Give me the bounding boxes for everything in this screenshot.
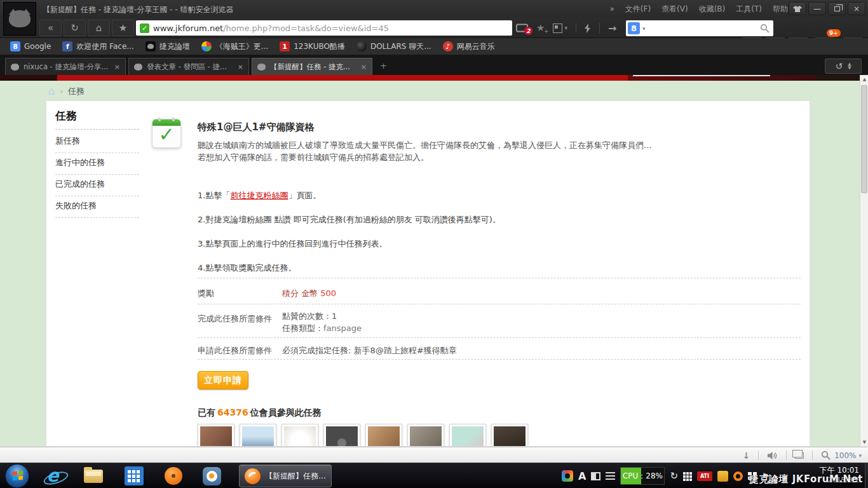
close-tab-icon[interactable]: × <box>238 63 243 71</box>
member-avatar-rabbit[interactable] <box>449 424 486 447</box>
screen: 【新提醒】任務 - 捷克論壇-分享王國 - - 猎豹安全浏览器 » 文件(F) … <box>0 0 868 488</box>
divider <box>198 304 801 304</box>
sidebar-item-new-tasks[interactable]: 新任務 <box>55 132 139 153</box>
bookmark-facebook[interactable]: f欢迎使用 Face... <box>57 39 139 53</box>
sidebar-heading: 任務 <box>55 109 77 123</box>
spinner-icon[interactable]: ▲▼ <box>848 62 851 70</box>
tab-post-thread[interactable]: 發表文章 - 發問區 - 捷... × <box>128 58 249 75</box>
home-button[interactable]: ⌂ <box>88 20 110 36</box>
address-bar[interactable]: ✓ www.jkforum.net/home.php?mod=task&do=v… <box>136 20 512 36</box>
sidebar-item-ongoing-tasks[interactable]: 進行中的任務 <box>55 153 139 175</box>
member-avatar-man-face[interactable] <box>365 424 402 447</box>
zoom-magnifier-icon[interactable] <box>821 451 831 460</box>
search-engine-dropdown-icon[interactable]: ▾ <box>642 25 646 32</box>
scrollbar-thumb[interactable] <box>861 85 867 193</box>
close-tab-icon[interactable]: × <box>361 63 367 71</box>
tray-gold-icon[interactable] <box>717 471 728 482</box>
dropdown-icon: ▾ <box>564 25 567 31</box>
divider <box>599 23 600 33</box>
cpu-meter[interactable]: CPU：28% <box>620 467 665 485</box>
start-button[interactable] <box>5 464 29 488</box>
potplayer-icon[interactable] <box>201 466 222 486</box>
window-switch-icon[interactable] <box>795 452 804 459</box>
member-avatar-dog[interactable] <box>407 424 444 447</box>
blue-tile-app-icon[interactable] <box>123 466 145 486</box>
bookmark-dollars[interactable]: DOLLARS 聊天... <box>351 39 437 53</box>
reopen-closed-tab-button[interactable]: ↺ ▲▼ <box>825 58 862 74</box>
minimize-button[interactable]: — <box>808 2 826 15</box>
close-tab-icon[interactable]: × <box>114 63 120 71</box>
page-scrollbar[interactable]: ▲ ▼ <box>860 75 868 447</box>
search-magnifier-icon[interactable] <box>760 24 770 33</box>
ime-menu-icon[interactable] <box>606 472 615 480</box>
scroll-up-arrow[interactable]: ▲ <box>860 75 868 84</box>
tray-orange-ring-icon[interactable] <box>733 471 743 481</box>
liebao-browser-logo[interactable] <box>3 2 36 36</box>
go-arrow-button[interactable]: → <box>608 22 616 34</box>
breadcrumb-home-icon[interactable]: ⌂ <box>48 85 55 97</box>
close-button[interactable]: × <box>848 2 865 15</box>
screenshot-button[interactable]: 2 <box>516 24 528 32</box>
netease-favicon: ♪ <box>443 41 453 51</box>
bookmark-123kubo[interactable]: 1123KUBO酷播 <box>275 39 350 53</box>
tray-update-icon[interactable]: ↻ <box>670 470 678 482</box>
internet-explorer-icon[interactable]: e <box>42 466 64 486</box>
tab-task-active[interactable]: 【新提醒】任務 - 捷克... × <box>252 58 372 75</box>
members-count-line: 已有64376位會員參與此任務 <box>198 407 322 419</box>
menu-file[interactable]: 文件(F) <box>625 4 651 15</box>
sidebar-item-completed-tasks[interactable]: 已完成的任務 <box>55 175 139 196</box>
member-avatar-woman[interactable] <box>198 424 234 447</box>
menu-view[interactable]: 查看(V) <box>661 4 688 15</box>
favorite-star-button[interactable]: ★ <box>112 20 134 36</box>
member-avatar-panda[interactable] <box>281 424 318 447</box>
collapse-toolbar-icon[interactable]: » <box>610 4 614 13</box>
status-download-icon[interactable]: ↓ <box>742 451 750 461</box>
show-desktop-button[interactable] <box>865 463 868 488</box>
ati-tray-icon[interactable]: ATI <box>697 471 712 481</box>
google-search-engine-icon[interactable]: 8 <box>628 22 640 34</box>
completion-conditions-label: 完成此任務所需條件 <box>198 313 272 325</box>
restore-button[interactable] <box>828 2 846 15</box>
add-favorite-button[interactable]: ★+ <box>536 22 545 34</box>
skin-button[interactable] <box>789 2 806 15</box>
zoom-dropdown-icon[interactable]: ▾ <box>858 452 862 459</box>
url-path: /home.php?mod=task&do=view&id=45 <box>223 24 389 33</box>
undo-icon: ↺ <box>835 61 843 71</box>
fanpage-link[interactable]: 前往捷克粉絲團 <box>230 191 288 200</box>
member-avatar-penguins[interactable] <box>240 424 276 447</box>
refresh-button[interactable]: ↻ <box>64 20 86 36</box>
bookmark-jkforum[interactable]: 捷克論壇 <box>140 39 195 53</box>
avast-icon[interactable] <box>163 466 184 486</box>
zoom-level[interactable]: 100% <box>834 451 856 460</box>
new-tab-button[interactable]: + <box>380 61 387 71</box>
menu-help[interactable]: 帮助 <box>773 4 788 15</box>
file-explorer-icon[interactable] <box>83 466 104 486</box>
cpu-label: CPU：28% <box>623 471 663 482</box>
bookmark-onepiece[interactable]: 《海贼王》更... <box>196 39 273 53</box>
active-window-task-button[interactable]: 【新提醒】任務 - ... <box>239 464 332 487</box>
ime-letter-icon[interactable]: A <box>578 470 586 482</box>
divider <box>198 278 801 278</box>
breadcrumb-separator: › <box>60 87 63 96</box>
apply-now-button[interactable]: 立即申請 <box>198 371 248 390</box>
bookmark-netease-music[interactable]: ♪网易云音乐 <box>438 39 500 53</box>
speed-mode-button[interactable] <box>585 24 591 33</box>
scroll-down-arrow[interactable]: ▼ <box>860 438 868 447</box>
member-avatar-chrome-logo[interactable] <box>323 424 360 447</box>
tab-favicon <box>11 64 19 71</box>
breadcrumb-label: 任務 <box>68 86 85 97</box>
bookmark-google[interactable]: 8Google <box>5 39 56 53</box>
back-button[interactable]: « <box>39 20 62 36</box>
tab-nixuca[interactable]: nixuca - 捷克論壇-分享... × <box>5 58 126 75</box>
search-box[interactable]: 8 ▾ <box>626 20 773 36</box>
ime-halfwidth-icon[interactable] <box>591 472 600 480</box>
sidebar-item-failed-tasks[interactable]: 失敗的任務 <box>55 196 139 218</box>
menu-tools[interactable]: 工具(T) <box>736 4 762 15</box>
tray-grid-icon[interactable] <box>683 472 686 475</box>
input-method-icon[interactable] <box>562 470 573 482</box>
translate-button[interactable]: ▾ <box>553 24 567 33</box>
task-title: 特殊1@巨人1#守備隊資格 <box>198 121 314 133</box>
member-avatar-stone[interactable] <box>491 424 528 447</box>
menu-favorites[interactable]: 收藏(B) <box>699 4 726 15</box>
mute-speaker-icon[interactable] <box>767 451 778 460</box>
